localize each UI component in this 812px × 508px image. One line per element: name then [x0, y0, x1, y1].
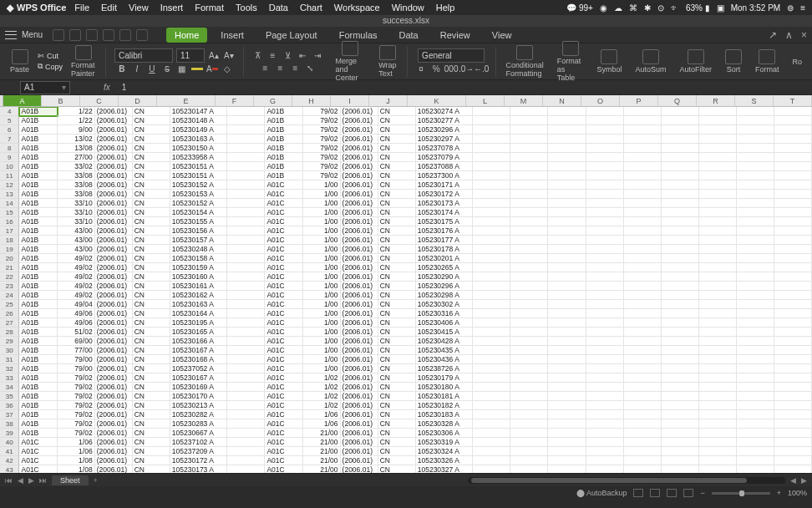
cell[interactable] — [737, 383, 774, 392]
cell[interactable]: 1/00 — [303, 346, 341, 355]
cell[interactable] — [510, 355, 548, 364]
row-header[interactable]: 17 — [0, 226, 19, 236]
cell[interactable]: A01C — [265, 300, 302, 309]
cell[interactable] — [227, 236, 265, 245]
cell[interactable]: 1/02 — [303, 383, 341, 392]
indent-inc-icon[interactable]: ⇥ — [312, 49, 323, 61]
cell[interactable] — [473, 171, 510, 180]
cell[interactable]: 1/02 — [303, 373, 341, 383]
cell[interactable]: 105230172 A — [170, 456, 228, 465]
cell[interactable] — [774, 346, 812, 355]
cell[interactable] — [227, 401, 265, 410]
cell[interactable]: CN — [378, 383, 416, 392]
cell[interactable]: (2006.01) — [341, 254, 378, 263]
cell[interactable] — [510, 199, 548, 208]
cell[interactable]: (2006.01) — [95, 226, 133, 236]
cell[interactable]: (2006.01) — [341, 300, 378, 309]
row-header[interactable]: 35 — [0, 392, 19, 401]
cell[interactable]: 49/06 — [58, 309, 95, 318]
cell[interactable] — [662, 190, 699, 199]
cell[interactable] — [662, 410, 699, 419]
cell[interactable] — [548, 346, 586, 355]
cell[interactable]: CN — [133, 208, 170, 217]
cell[interactable]: (2006.01) — [95, 410, 133, 419]
cell[interactable]: 105230173 A — [170, 465, 228, 473]
cell[interactable]: A01C — [265, 401, 302, 410]
cell[interactable]: 105230174 A — [416, 208, 474, 217]
cell[interactable] — [774, 383, 812, 392]
cell[interactable]: 105230151 A — [170, 171, 228, 180]
cell[interactable]: CN — [378, 226, 416, 236]
cell[interactable]: (2006.01) — [95, 144, 133, 153]
cell[interactable]: 105230415 A — [416, 328, 474, 337]
cell[interactable] — [624, 438, 662, 447]
cell[interactable] — [699, 392, 737, 401]
cell[interactable] — [662, 245, 699, 254]
cell[interactable]: (2006.01) — [95, 162, 133, 171]
inc-decimal-icon[interactable]: .0→ — [460, 64, 472, 75]
shrink-font-icon[interactable]: A▾ — [223, 49, 235, 61]
cell[interactable]: CN — [133, 254, 170, 263]
cell[interactable] — [662, 373, 699, 383]
cell[interactable]: A01C — [265, 245, 302, 254]
cell[interactable]: A01B — [19, 116, 57, 125]
cell[interactable]: CN — [133, 125, 170, 135]
cell[interactable]: CN — [378, 153, 416, 162]
tray-icon[interactable]: ⊙ — [657, 3, 664, 13]
cell[interactable]: 79/02 — [58, 419, 95, 429]
cell[interactable] — [510, 254, 548, 263]
cut-button[interactable]: ✄ Cut — [38, 52, 63, 60]
cell[interactable]: CN — [133, 180, 170, 190]
cell[interactable] — [737, 429, 774, 438]
cell[interactable]: 1/00 — [303, 291, 341, 300]
cell[interactable] — [699, 125, 737, 135]
cell[interactable] — [548, 419, 586, 429]
column-header-K[interactable]: K — [408, 95, 466, 106]
row-header[interactable]: 28 — [0, 328, 19, 337]
cell[interactable] — [227, 217, 265, 226]
cell[interactable] — [510, 226, 548, 236]
symbol-button[interactable]: Symbol — [591, 49, 627, 74]
cell[interactable]: 105230283 A — [170, 419, 228, 429]
cell[interactable] — [473, 373, 510, 383]
sheet-nav-first-icon[interactable]: ⏮ — [5, 476, 13, 485]
cell[interactable]: (2006.01) — [341, 208, 378, 217]
cell[interactable] — [774, 364, 812, 373]
align-right-icon[interactable]: ≡ — [289, 62, 301, 74]
cell[interactable] — [473, 125, 510, 135]
cell[interactable] — [662, 272, 699, 282]
cell[interactable]: A01B — [19, 217, 57, 226]
cell[interactable] — [699, 447, 737, 456]
cell[interactable] — [737, 245, 774, 254]
cell[interactable] — [473, 208, 510, 217]
cell[interactable]: A01B — [19, 419, 57, 429]
cell[interactable]: 49/02 — [58, 272, 95, 282]
cell[interactable]: 105230148 A — [170, 116, 228, 125]
cell[interactable]: 1/00 — [303, 236, 341, 245]
cell[interactable]: 105230161 A — [170, 282, 228, 291]
cell[interactable]: A01B — [19, 245, 57, 254]
cell[interactable]: (2006.01) — [95, 392, 133, 401]
cell[interactable]: 105230173 A — [416, 199, 474, 208]
cell[interactable] — [662, 135, 699, 144]
row-header[interactable]: 42 — [0, 456, 19, 465]
cell[interactable]: (2006.01) — [341, 282, 378, 291]
tray-icon[interactable]: ◉ — [600, 3, 607, 13]
cell[interactable]: 1/00 — [303, 208, 341, 217]
cell[interactable] — [624, 226, 662, 236]
cell[interactable] — [586, 392, 624, 401]
cell[interactable] — [774, 144, 812, 153]
cell[interactable] — [699, 107, 737, 116]
cell[interactable] — [699, 383, 737, 392]
cell[interactable] — [586, 401, 624, 410]
cell[interactable]: CN — [378, 447, 416, 456]
cell[interactable]: 49/04 — [58, 300, 95, 309]
cell[interactable] — [586, 208, 624, 217]
cell[interactable]: A01B — [19, 226, 57, 236]
cell[interactable] — [510, 447, 548, 456]
cell[interactable] — [774, 190, 812, 199]
cell[interactable]: (2006.01) — [95, 199, 133, 208]
cell[interactable]: CN — [378, 171, 416, 180]
cell[interactable] — [548, 162, 586, 171]
cell[interactable] — [774, 291, 812, 300]
